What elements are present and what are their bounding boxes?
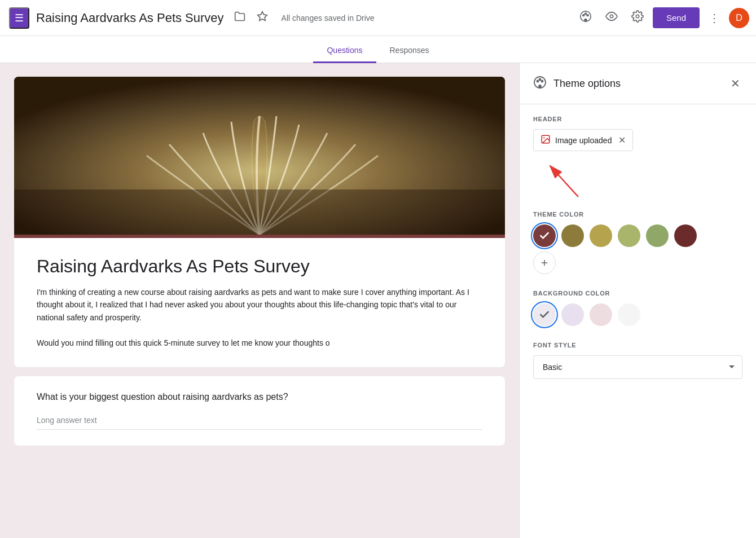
settings-icon	[631, 10, 644, 25]
theme-panel-title-group: Theme options	[533, 76, 621, 91]
arrow-annotation	[533, 160, 742, 200]
image-chip-icon	[540, 134, 551, 146]
svg-point-3	[585, 13, 587, 15]
survey-title: Raising Aardvarks As Pets Survey	[37, 256, 482, 277]
title-icons	[230, 6, 272, 29]
menu-button[interactable]: ☰	[9, 7, 29, 29]
topbar-right: Send ⋮ D	[575, 6, 749, 30]
form-area: Raising Aardvarks As Pets Survey I'm thi…	[0, 63, 519, 538]
theme-panel-title: Theme options	[553, 78, 621, 90]
checkmark-icon	[539, 230, 550, 241]
menu-icon: ☰	[15, 12, 24, 24]
main-layout: Raising Aardvarks As Pets Survey I'm thi…	[0, 63, 756, 538]
svg-point-4	[587, 15, 588, 16]
svg-point-2	[583, 15, 584, 16]
avatar[interactable]: D	[729, 8, 749, 28]
theme-panel-header: Theme options ✕	[520, 63, 756, 104]
preview-icon	[605, 10, 618, 25]
star-button[interactable]	[252, 6, 272, 29]
question-card: What is your biggest question about rais…	[14, 376, 505, 446]
book-svg	[14, 77, 505, 235]
palette-icon	[579, 10, 592, 25]
question-text: What is your biggest question about rais…	[37, 392, 482, 402]
bg-color-swatch-0[interactable]	[533, 303, 556, 326]
plus-icon	[539, 258, 550, 268]
theme-color-swatch-1[interactable]	[561, 224, 584, 247]
theme-color-swatch-2[interactable]	[590, 224, 612, 247]
topbar: ☰ Raising Aardvarks As Pets Survey All c…	[0, 0, 756, 36]
settings-button[interactable]	[627, 6, 648, 30]
header-image	[14, 77, 505, 235]
bg-color-swatch-1[interactable]	[561, 303, 584, 326]
saved-status: All changes saved in Drive	[282, 14, 375, 23]
bg-checkmark-icon	[539, 309, 550, 320]
survey-card: Raising Aardvarks As Pets Survey I'm thi…	[14, 235, 505, 367]
arrow-svg	[533, 160, 601, 200]
theme-color-swatch-5[interactable]	[674, 224, 697, 247]
answer-placeholder: Long answer text	[37, 411, 482, 430]
bg-color-swatch-2[interactable]	[590, 303, 612, 326]
tab-responses[interactable]: Responses	[376, 39, 443, 63]
image-uploaded-row: Image uploaded ✕	[520, 129, 756, 160]
svg-line-16	[550, 166, 578, 197]
font-style-label: FONT STYLE	[520, 330, 756, 355]
bg-color-swatch-3[interactable]	[618, 303, 640, 326]
bg-colors-row	[520, 303, 756, 330]
header-section-label: HEADER	[520, 104, 756, 129]
send-button[interactable]: Send	[653, 7, 700, 28]
add-color-button[interactable]	[533, 252, 556, 274]
font-style-select[interactable]: Basic Serif Decorative	[533, 355, 742, 379]
book-visual	[14, 77, 505, 235]
svg-point-12	[542, 81, 543, 82]
theme-palette-icon	[533, 76, 547, 91]
theme-color-swatch-0[interactable]	[533, 224, 556, 247]
star-icon	[257, 11, 268, 25]
tab-questions[interactable]: Questions	[313, 39, 376, 63]
folder-button[interactable]	[230, 6, 250, 29]
svg-point-6	[636, 15, 639, 18]
theme-panel: Theme options ✕ HEADER Image uploaded ✕	[519, 63, 756, 538]
palette-button[interactable]	[575, 6, 596, 30]
svg-point-11	[539, 79, 541, 81]
tabs-bar: Questions Responses	[0, 36, 756, 63]
svg-point-14	[543, 137, 544, 138]
svg-point-10	[537, 81, 539, 82]
theme-colors-row	[520, 224, 756, 252]
bg-color-label: BACKGROUND COLOR	[520, 279, 756, 303]
image-remove-button[interactable]: ✕	[618, 135, 626, 145]
image-uploaded-label: Image uploaded	[555, 136, 612, 145]
theme-color-swatch-4[interactable]	[646, 224, 669, 247]
survey-description: I'm thinking of creating a new course ab…	[37, 286, 482, 349]
theme-color-label: THEME COLOR	[520, 200, 756, 224]
folder-icon	[234, 11, 245, 25]
svg-marker-0	[257, 12, 267, 21]
more-options-button[interactable]: ⋮	[704, 7, 724, 29]
theme-colors-row-2	[520, 252, 756, 279]
preview-button[interactable]	[601, 6, 622, 30]
form-title: Raising Aardvarks As Pets Survey	[36, 11, 224, 25]
theme-color-swatch-3[interactable]	[618, 224, 640, 247]
font-select-row: Basic Serif Decorative	[520, 355, 756, 390]
svg-point-5	[610, 15, 613, 18]
theme-close-button[interactable]: ✕	[728, 74, 742, 92]
image-uploaded-chip[interactable]: Image uploaded ✕	[533, 129, 633, 151]
svg-rect-8	[14, 189, 505, 235]
